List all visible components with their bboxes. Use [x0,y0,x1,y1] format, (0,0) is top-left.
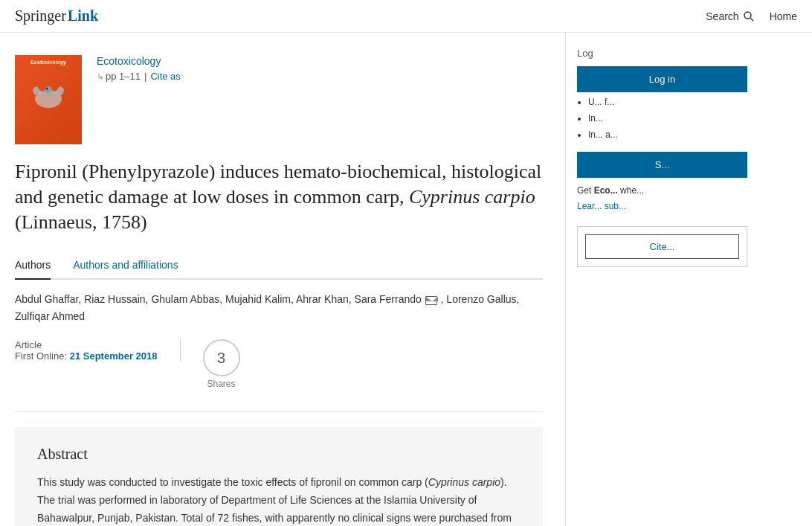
sidebar-learn-link[interactable]: Lear... sub... [577,201,626,211]
logo-area: Springer Link [15,7,98,25]
springer-link-text: Link [68,7,98,25]
svg-point-0 [744,12,751,19]
article-info-row: Article First Online: 21 September 2018 … [15,339,543,389]
tab-authors[interactable]: Authors [15,253,51,280]
article-meta: Article First Online: 21 September 2018 [15,339,181,362]
header-nav: Search Home [706,10,797,22]
authors-text: Abdul Ghaffar, Riaz Hussain, Ghulam Abba… [15,293,422,305]
cover-title: Ecotoxicology [30,59,66,65]
login-button[interactable]: Log in [577,66,747,92]
abstract-text: This study was conducted to investigate … [37,474,521,526]
sidebar-bullet-3: In... a... [588,129,747,141]
journal-meta: Ecotoxicology pp 1–11 | Cite as [97,55,543,144]
sidebar-log-label: Log [577,48,747,59]
sidebar-journal-sub: whe... [620,185,644,196]
search-label: Search [706,10,738,22]
shares-widget: 3 Shares [203,339,240,389]
home-link[interactable]: Home [770,10,797,22]
sidebar: Log Log in U... f... In... In... a... S.… [565,33,758,526]
subscribe-button[interactable]: S... [577,152,747,178]
first-online: First Online: 21 September 2018 [15,350,158,362]
title-italic: Cyprinus carpio [409,186,535,208]
content-area: Ecotoxicology Ecotoxicology pp 1–11 [0,33,565,526]
main-layout: Ecotoxicology Ecotoxicology pp 1–11 [0,33,812,526]
sidebar-bullet-1: U... f... [588,96,747,109]
springer-text: Springer [15,7,66,25]
article-type: Article [15,339,158,350]
article-title: Fipronil (Phenylpyrazole) induces hemato… [15,159,543,234]
journal-header: Ecotoxicology Ecotoxicology pp 1–11 [15,55,543,144]
tab-affiliations[interactable]: Authors and affiliations [73,253,178,280]
sidebar-cite-box: Cite... [577,226,747,267]
authors-list: Abdul Ghaffar, Riaz Hussain, Ghulam Abba… [15,291,543,324]
svg-line-1 [750,18,753,21]
springer-logo: Springer Link [15,7,98,25]
sidebar-bullets: U... f... In... In... a... [577,96,747,141]
shares-label: Shares [207,379,235,389]
svg-point-4 [45,86,52,92]
search-icon [743,10,755,22]
search-button[interactable]: Search [706,10,754,22]
separator: | [144,71,146,82]
svg-point-5 [46,88,48,90]
sidebar-get-text: Get Eco... whe... [577,185,747,196]
abstract-title: Abstract [37,446,521,463]
abstract-text-before: This study was conducted to investigate … [37,476,428,488]
cite-button[interactable]: Cite... [585,234,739,259]
abstract-section: Abstract This study was conducted to inv… [15,427,543,526]
authors-tabs: Authors Authors and affiliations [15,253,543,280]
email-icon [425,296,437,305]
title-part2: (Linnaeus, 1758) [15,211,147,233]
sidebar-journal: Eco... [594,185,618,196]
pp-line: pp 1–11 | Cite as [97,71,543,82]
first-online-date[interactable]: 21 September 2018 [70,350,158,362]
cover-bird-image [26,73,71,114]
abstract-italic: Cyprinus carpio [428,476,500,488]
sidebar-bullet-2: In... [588,112,747,125]
pp-text: pp 1–11 [106,71,141,82]
journal-name-link[interactable]: Ecotoxicology [97,55,543,67]
cite-as-link[interactable]: Cite as [150,71,180,82]
first-online-label: First Online: [15,350,67,362]
sidebar-login-section: Log Log in U... f... In... In... a... S.… [577,48,747,211]
shares-count: 3 [203,339,240,376]
journal-cover: Ecotoxicology [15,55,82,144]
site-header: Springer Link Search Home [0,0,812,33]
divider [15,411,543,412]
